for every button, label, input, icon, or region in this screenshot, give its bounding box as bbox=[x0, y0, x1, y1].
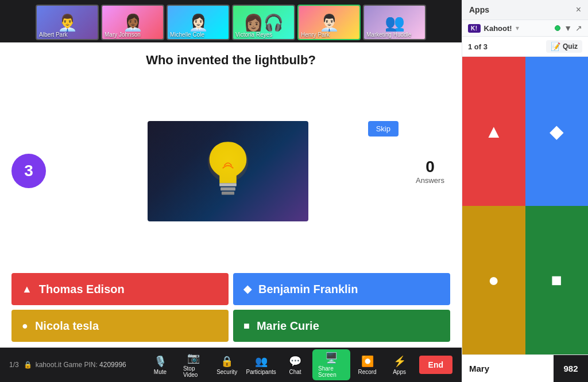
answer-button-a3[interactable]: ●Nicola tesla bbox=[11, 310, 229, 342]
svg-rect-3 bbox=[222, 192, 234, 195]
answer-button-a1[interactable]: ▲Thomas Edison bbox=[11, 273, 229, 305]
quiz-badge-icon: 📝 bbox=[551, 42, 560, 51]
answer-button-a2[interactable]: ◆Benjamin Franklin bbox=[233, 273, 450, 305]
security-label: Security bbox=[216, 369, 237, 375]
lightbulb-icon bbox=[199, 137, 257, 205]
answer-shape-icon: ◆ bbox=[243, 283, 252, 295]
answer-shape-icon: ● bbox=[22, 320, 28, 332]
participants-button[interactable]: 👥 Participants bbox=[244, 353, 278, 377]
kahoot-status-dot bbox=[555, 25, 560, 31]
participant-name: Mary Johnson bbox=[105, 32, 141, 38]
video-icon: 📷 bbox=[187, 352, 200, 364]
record-icon: ⏺️ bbox=[361, 355, 374, 368]
apps-button[interactable]: ⚡ Apps bbox=[385, 353, 415, 377]
question-image-wrap: Skip bbox=[57, 121, 399, 221]
app-container: 👨‍💼 Albert Park 👩🏾‍💼 Mary Johnson 👩🏻‍💼 M… bbox=[0, 0, 588, 382]
game-pin-value: 4209996 bbox=[99, 361, 126, 369]
player-score: 982 bbox=[554, 355, 588, 382]
participants-label: Participants bbox=[246, 369, 276, 375]
game-pin-label: kahoot.it Game PIN: bbox=[36, 361, 98, 369]
quiz-of-label: 1 of 3 bbox=[468, 42, 488, 51]
record-button[interactable]: ⏺️ Record bbox=[353, 353, 382, 377]
mute-label: Mute bbox=[154, 369, 167, 375]
answer-grid: ▲Thomas Edison◆Benjamin Franklin●Nicola … bbox=[0, 267, 462, 348]
stop-video-label: Stop Video bbox=[183, 365, 204, 378]
lock-icon: 🔒 bbox=[24, 361, 32, 369]
participants-icon: 👥 bbox=[255, 355, 268, 368]
kahoot-brand-label: Kahoot! bbox=[484, 24, 512, 33]
answer-shape-icon: ▲ bbox=[22, 283, 32, 295]
skip-button[interactable]: Skip bbox=[368, 121, 399, 137]
chat-label: Chat bbox=[289, 369, 301, 375]
game-pin-text: kahoot.it Game PIN: 4209996 bbox=[36, 361, 126, 369]
question-number: 3 bbox=[11, 154, 46, 188]
kahoot-color-grid: ▲◆●■ bbox=[462, 57, 588, 354]
share-screen-icon: 🖥️ bbox=[325, 352, 338, 364]
participant-video-p2: 👩🏾‍💼 Mary Johnson bbox=[101, 5, 164, 40]
kahoot-color-cell-kblue[interactable]: ◆ bbox=[525, 57, 589, 206]
apps-panel-title: Apps bbox=[469, 5, 489, 14]
answer-text: Thomas Edison bbox=[39, 283, 125, 296]
kahoot-logo-row: K! Kahoot! ▾ bbox=[468, 24, 519, 33]
share-screen-button[interactable]: 🖥️ Share Screen bbox=[312, 349, 350, 380]
participant-video-p4: 👩🏽‍🎧 Victoria Reyes bbox=[232, 5, 295, 40]
zoom-area: 👨‍💼 Albert Park 👩🏾‍💼 Mary Johnson 👩🏻‍💼 M… bbox=[0, 0, 462, 382]
apps-label: Apps bbox=[393, 369, 406, 375]
chevron-down-icon: ▾ bbox=[516, 24, 519, 32]
stop-video-button[interactable]: 📷 Stop Video bbox=[177, 349, 210, 380]
question-indicator: 1/3 bbox=[9, 361, 19, 369]
kahoot-content: Who invented the lightbulb? 3 bbox=[0, 42, 462, 348]
answer-text: Benjamin Franklin bbox=[258, 283, 358, 296]
zoom-footer: 1/3 🔒 kahoot.it Game PIN: 4209996 🎙️ Mut… bbox=[0, 348, 462, 382]
end-button[interactable]: End bbox=[419, 356, 452, 374]
chat-icon: 💬 bbox=[289, 355, 301, 368]
kahoot-bar-actions: ▼ ↗ bbox=[555, 24, 582, 33]
player-name: Mary bbox=[462, 364, 554, 373]
security-icon: 🔒 bbox=[220, 355, 233, 368]
share-icon[interactable]: ↗ bbox=[575, 24, 582, 33]
participant-video-p1: 👨‍💼 Albert Park bbox=[36, 5, 99, 40]
question-body: 3 bbox=[0, 75, 462, 267]
svg-rect-1 bbox=[219, 183, 237, 186]
question-image bbox=[148, 121, 308, 221]
kahoot-color-cell-kgold[interactable]: ● bbox=[462, 206, 525, 354]
participant-name: Albert Park bbox=[39, 32, 67, 38]
kahoot-color-cell-kred[interactable]: ▲ bbox=[462, 57, 525, 206]
participant-name: Marketing Huddle bbox=[366, 32, 411, 38]
apps-panel-header: Apps × bbox=[462, 0, 588, 20]
apps-close-button[interactable]: × bbox=[576, 5, 581, 15]
mute-icon: 🎙️ bbox=[154, 355, 167, 368]
answers-number: 0 bbox=[410, 158, 450, 176]
answer-text: Marie Curie bbox=[257, 319, 319, 333]
svg-rect-2 bbox=[220, 188, 235, 191]
kahoot-shape-icon: ● bbox=[488, 270, 499, 291]
toolbar: 🎙️ Mute 📷 Stop Video 🔒 Security 👥 Partic… bbox=[145, 349, 415, 380]
answers-count-box: 0 Answers bbox=[410, 158, 450, 185]
participant-name: Victoria Reyes bbox=[235, 32, 272, 38]
quiz-type-badge: 📝 Quiz bbox=[546, 40, 582, 53]
participant-video-p5: 👨🏻‍💼 Henry Park bbox=[297, 5, 361, 40]
quiz-badge-label: Quiz bbox=[563, 42, 578, 50]
kahoot-shape-icon: ▲ bbox=[485, 121, 503, 142]
filter-icon[interactable]: ▼ bbox=[564, 24, 572, 33]
apps-panel: Apps × K! Kahoot! ▾ ▼ ↗ 1 of 3 📝 Quiz bbox=[462, 0, 588, 382]
apps-icon: ⚡ bbox=[393, 355, 406, 368]
chat-button[interactable]: 💬 Chat bbox=[280, 353, 310, 377]
kahoot-color-cell-kgreen[interactable]: ■ bbox=[525, 206, 589, 354]
answer-shape-icon: ■ bbox=[243, 320, 250, 332]
kahoot-logo-badge: K! bbox=[468, 24, 481, 33]
video-strip: 👨‍💼 Albert Park 👩🏾‍💼 Mary Johnson 👩🏻‍💼 M… bbox=[0, 0, 462, 42]
mute-button[interactable]: 🎙️ Mute bbox=[145, 353, 175, 377]
kahoot-shape-icon: ◆ bbox=[550, 120, 564, 142]
question-text: Who invented the lightbulb? bbox=[0, 42, 462, 75]
participant-name: Michelle Cole bbox=[170, 32, 204, 38]
answer-text: Nicola tesla bbox=[35, 319, 99, 333]
record-label: Record bbox=[358, 369, 376, 375]
player-row: Mary 982 bbox=[462, 354, 588, 382]
quiz-bar: 1 of 3 📝 Quiz bbox=[462, 37, 588, 57]
security-button[interactable]: 🔒 Security bbox=[212, 353, 242, 377]
footer-status: 🔒 kahoot.it Game PIN: 4209996 bbox=[24, 361, 141, 369]
kahoot-shape-icon: ■ bbox=[551, 270, 562, 291]
answer-button-a4[interactable]: ■Marie Curie bbox=[233, 310, 450, 342]
share-screen-label: Share Screen bbox=[318, 365, 345, 378]
